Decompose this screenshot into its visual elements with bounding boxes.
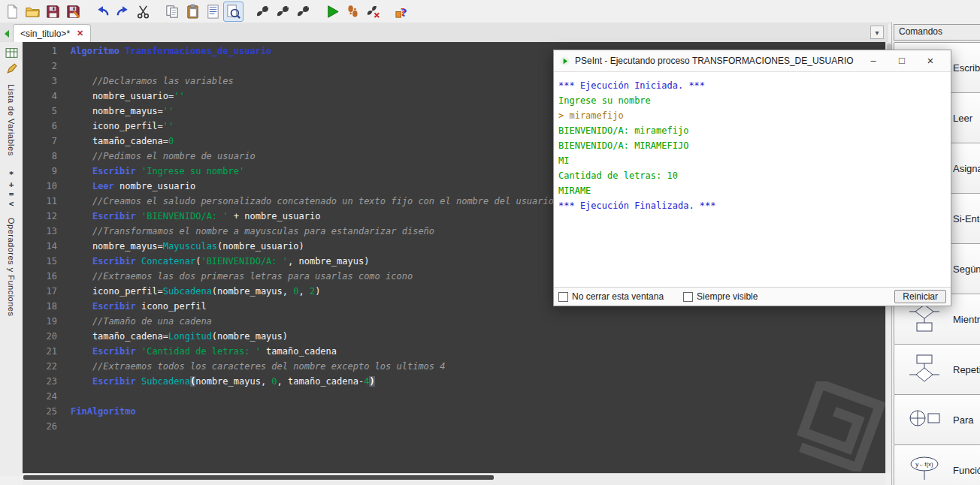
console-output-area[interactable]: *** Ejecución Iniciada. ***Ingrese su no… [554, 72, 951, 287]
code-text[interactable] [57, 419, 71, 434]
flowchart-a-icon [255, 4, 271, 20]
undo-icon [95, 4, 110, 20]
sidebar-tab-operators[interactable]: Operadores y Funciones [7, 218, 16, 316]
tab-list-dropdown[interactable]: ▾ [870, 26, 884, 39]
line-number: 2 [23, 59, 57, 74]
new-file-button[interactable] [2, 2, 23, 22]
tab-close-icon[interactable]: ✕ [77, 29, 83, 38]
repeat-flowchart-icon [903, 352, 945, 387]
console-line-out: Ingrese su nombre [558, 93, 946, 108]
code-text[interactable]: //Transformamos el nombre a mayusculas p… [57, 224, 434, 239]
code-line: 26 [23, 419, 885, 434]
cut-icon [135, 4, 151, 20]
code-text[interactable]: Escribir 'Ingrese su nombre' [57, 164, 244, 179]
execution-window-titlebar[interactable]: PSeInt - Ejecutando proceso TRANSFORMACI… [554, 50, 951, 72]
code-line: 19 //Tamaño de una cadena [23, 314, 885, 329]
sidebar-tab-variables[interactable]: Lista de Variables [7, 84, 16, 156]
save-button[interactable] [43, 2, 63, 22]
code-text[interactable]: Escribir 'Cantidad de letras: ' tamaño_c… [57, 344, 337, 359]
undo-button[interactable] [92, 2, 113, 22]
text-columns-button[interactable] [203, 2, 223, 22]
run-step-button[interactable] [343, 2, 363, 22]
code-text[interactable]: Escribir 'BIENVENIDO/A: ' + nombre_usuar… [57, 209, 320, 224]
tab-scroll-icon[interactable] [2, 29, 11, 38]
code-text[interactable] [57, 389, 71, 404]
code-text[interactable]: FinAlgoritmo [57, 404, 136, 419]
line-number: 15 [23, 254, 57, 269]
code-text[interactable]: icono_perfil='' [57, 119, 174, 134]
code-text[interactable]: //Pedimos el nombre de usuario [57, 149, 256, 164]
paste-icon [185, 4, 201, 20]
run-button[interactable] [322, 2, 343, 22]
run-debug-button[interactable] [363, 2, 383, 22]
code-text[interactable]: Escribir Concatenar('BIENVENIDO/A: ', no… [57, 254, 369, 269]
copy-icon [165, 4, 180, 20]
open-folder-button[interactable] [23, 2, 43, 22]
code-line: 22 //Extraemos todos los caracteres del … [23, 359, 885, 374]
help-button[interactable]: ?? [392, 2, 413, 22]
edit-pencil-icon[interactable] [5, 62, 18, 75]
code-text[interactable]: //Extraemos todos los caracteres del nom… [57, 359, 446, 374]
restart-button[interactable]: Reiniciar [894, 290, 946, 303]
flowchart-b-button[interactable] [273, 2, 293, 22]
command-label: Para [953, 414, 973, 426]
code-text[interactable] [57, 59, 71, 74]
command-label: Según [953, 264, 980, 275]
code-text[interactable]: nombre_mayus='' [57, 104, 174, 119]
checkbox-siempre-visible[interactable]: Siempre visible [683, 291, 758, 302]
toolbar: ?? [0, 0, 980, 23]
code-text[interactable]: //Extraemos las dos primeras letras para… [57, 269, 413, 284]
horizontal-scrollbar[interactable] [23, 473, 885, 485]
code-text[interactable]: //Declaramos las variables [57, 74, 234, 89]
command-item-function[interactable]: y←f(x)Función [894, 444, 980, 485]
checkbox-icon[interactable] [558, 292, 568, 302]
tab-sin-titulo[interactable]: <sin_titulo>* ✕ [13, 24, 91, 42]
line-number: 3 [23, 74, 57, 89]
checkbox-no-cerrar[interactable]: No cerrar esta ventana [558, 291, 664, 302]
checkbox-icon[interactable] [683, 292, 693, 302]
paste-button[interactable] [183, 2, 203, 22]
command-item-repeat[interactable]: Repetir [894, 344, 980, 395]
line-number: 23 [23, 374, 57, 389]
tab-label: <sin_titulo>* [20, 29, 70, 39]
redo-button[interactable] [113, 2, 133, 22]
line-number: 4 [23, 89, 57, 104]
save-as-button[interactable] [63, 2, 83, 22]
code-text[interactable]: //Tamaño de una cadena [57, 314, 212, 329]
code-text[interactable]: Algoritmo Transformaciones_de_usuario [57, 44, 271, 59]
cut-button[interactable] [133, 2, 153, 22]
line-number: 12 [23, 209, 57, 224]
line-number: 13 [23, 224, 57, 239]
minimize-button[interactable]: – [859, 51, 888, 71]
line-number: 19 [23, 314, 57, 329]
flowchart-c-button[interactable] [293, 2, 313, 22]
command-item-for[interactable]: Para [894, 394, 980, 445]
svg-text:?: ? [401, 5, 407, 18]
code-text[interactable]: icono_perfil=Subcadena(nombre_mayus, 0, … [57, 284, 320, 299]
flowchart-a-button[interactable] [253, 2, 273, 22]
maximize-button[interactable]: □ [888, 51, 916, 71]
save-as-icon [65, 4, 81, 20]
code-text[interactable]: tamaño_cadena=Longitud(nombre_mayus) [57, 329, 288, 344]
operators-icon: *+=< [9, 170, 14, 209]
close-button[interactable]: × [916, 51, 945, 71]
code-text[interactable]: //Creamos el saludo personalizado concat… [57, 194, 554, 209]
variables-table-icon[interactable] [5, 47, 18, 59]
horizontal-scroll-thumb[interactable] [23, 475, 494, 480]
line-number: 24 [23, 389, 57, 404]
copy-button[interactable] [162, 2, 183, 22]
code-text[interactable]: Escribir icono_perfil [57, 299, 207, 314]
tab-strip: <sin_titulo>* ✕ ▾ [0, 23, 888, 43]
search-button[interactable] [223, 2, 243, 22]
help-icon: ?? [395, 4, 410, 20]
code-text[interactable]: Escribir Subcadena(nombre_mayus, 0, tama… [57, 374, 375, 389]
line-number: 8 [23, 149, 57, 164]
checkbox-siempre-visible-label: Siempre visible [697, 291, 758, 302]
command-label: Asignar [953, 163, 980, 174]
code-text[interactable]: Leer nombre_usuario [57, 179, 195, 194]
code-text[interactable]: tamaño_cadena=0 [57, 134, 174, 149]
code-text[interactable]: nombre_usuario='' [57, 89, 185, 104]
command-label: Repetir [953, 364, 980, 375]
console-line-out: BIENVENIDO/A: MIRAMEFIJO [558, 138, 946, 153]
code-text[interactable]: nombre_mayus=Mayusculas(nombre_usuario) [57, 239, 304, 254]
